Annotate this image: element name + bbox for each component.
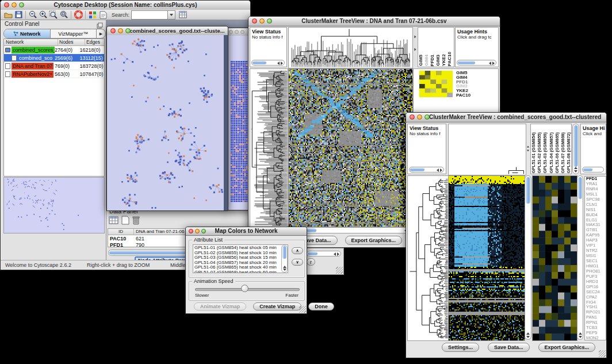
array-scroll-strip[interactable]: [413, 27, 417, 67]
attribute-vscroll[interactable]: [281, 245, 288, 273]
network-table-header[interactable]: Network Nodes Edges: [4, 39, 104, 46]
tab-overflow[interactable]: ▶: [97, 29, 105, 38]
attribute-browser-icon[interactable]: [178, 10, 188, 20]
zoom-window-icon[interactable]: [19, 2, 24, 7]
array-label[interactable]: PAC10: [447, 52, 453, 66]
close-icon[interactable]: [229, 30, 233, 34]
dialog-button[interactable]: Done: [308, 302, 334, 311]
zoom-window-icon[interactable]: [424, 114, 430, 120]
array-label[interactable]: GIM4: [424, 55, 430, 66]
array-label[interactable]: GPL51-01 (GSM854): [531, 132, 537, 173]
search-dropdown-button[interactable]: [168, 10, 175, 20]
close-icon[interactable]: [410, 114, 415, 120]
zoom-window-icon[interactable]: [201, 229, 206, 233]
scroll-thumb[interactable]: [578, 177, 582, 199]
detail-vscroll[interactable]: [577, 175, 583, 340]
open-icon[interactable]: [3, 10, 13, 20]
gene-label[interactable]: PAC10: [456, 93, 471, 98]
minimize-icon[interactable]: [417, 114, 422, 120]
attribute-item[interactable]: GPL51-07 (GSM868) heat shock 60 min: [194, 270, 288, 274]
tab-vizmapper[interactable]: VizMapper™: [51, 29, 97, 38]
minimize-icon[interactable]: [118, 28, 123, 33]
treeview1-title-bar[interactable]: ClusterMaker TreeView : DNA and Tran 07-…: [248, 17, 500, 26]
network-table-row[interactable]: combined_sco 2569(6) 13112(15): [4, 54, 104, 62]
close-icon[interactable]: [4, 2, 9, 7]
array-label[interactable]: GPL51-07 (GSM868): [560, 132, 566, 173]
zoom-fit-icon[interactable]: [48, 10, 59, 20]
minimize-icon[interactable]: [195, 229, 200, 233]
array-label[interactable]: GIM5: [418, 55, 424, 66]
column-dendrogram-canvas[interactable]: [448, 124, 526, 175]
array-label[interactable]: GIM3: [435, 55, 441, 66]
network-canvas-area[interactable]: [107, 35, 228, 210]
array-label[interactable]: PFD1: [430, 55, 435, 66]
global-heatmap-canvas[interactable]: [448, 175, 525, 341]
network-view-title-bar[interactable]: combined_scores_good.txt--cluste...: [107, 26, 228, 36]
scroll-thumb[interactable]: [573, 125, 578, 167]
zoom-window-icon[interactable]: [125, 28, 131, 33]
column-dendrogram-canvas[interactable]: [288, 27, 413, 68]
view-status-hscroll[interactable]: [409, 167, 444, 173]
usage-hints-hscroll[interactable]: [582, 167, 604, 173]
overview-canvas[interactable]: [4, 178, 104, 233]
network-canvas[interactable]: [107, 35, 224, 210]
heatmap-canvas[interactable]: [288, 68, 413, 227]
treeview-button[interactable]: Export Graphics...: [345, 236, 403, 245]
move-up-button[interactable]: ∧: [292, 247, 303, 254]
grid-network-canvas[interactable]: [231, 61, 248, 204]
minimize-icon[interactable]: [12, 2, 17, 7]
view-status-hscroll[interactable]: [251, 60, 285, 66]
tab-network[interactable]: Network: [4, 29, 51, 38]
zoom-window-icon[interactable]: [267, 18, 272, 24]
close-icon[interactable]: [189, 229, 193, 233]
help-icon[interactable]: [73, 10, 83, 20]
speed-slider-thumb[interactable]: [241, 285, 248, 292]
network-table-row[interactable]: RNAPuberNov2+ 563(0) 107847(0): [4, 70, 104, 78]
minimize-icon[interactable]: [235, 30, 239, 34]
network-table-row[interactable]: combined_scores_ 2764(0) 16218(0): [4, 46, 104, 54]
usage-hints-hscroll[interactable]: [457, 60, 496, 66]
fragment-hscroll[interactable]: [307, 251, 341, 256]
new-attribute-icon[interactable]: [121, 216, 129, 227]
scroll-thumb[interactable]: [282, 246, 286, 259]
zoom-window-icon[interactable]: [240, 30, 244, 34]
dialog-title-bar[interactable]: Map Colors to Network: [186, 227, 307, 236]
treeview2-title-bar[interactable]: ClusterMaker TreeView : combined_scores_…: [406, 113, 606, 122]
attribute-select-icon[interactable]: [109, 216, 118, 227]
array-scroll-strip[interactable]: [526, 124, 530, 174]
dialog-button[interactable]: Create Vizmap: [253, 302, 301, 311]
array-label[interactable]: GPL51-06 (GSM865): [554, 132, 560, 173]
vizmapper-icon[interactable]: [87, 10, 98, 20]
array-label[interactable]: GPL51-03 (GSM856): [542, 132, 548, 173]
array-label-vscroll[interactable]: [572, 124, 579, 174]
treeview-button[interactable]: Save Data...: [488, 343, 530, 352]
array-label[interactable]: GPL51-08 (GSM872): [566, 132, 572, 173]
zoom-out-icon[interactable]: [28, 10, 38, 20]
zoom-selected-icon[interactable]: [59, 10, 69, 20]
network-table-row[interactable]: DNA and Tran 07 769(0) 183728(0): [4, 62, 104, 70]
close-icon[interactable]: [252, 18, 257, 24]
array-label[interactable]: YKE2: [441, 54, 447, 66]
detail-heatmap-canvas[interactable]: [532, 175, 577, 341]
resize-grip[interactable]: [336, 267, 343, 274]
minimize-icon[interactable]: [259, 18, 265, 24]
zoom-heatmap-canvas[interactable]: [419, 71, 453, 97]
move-down-button[interactable]: ∨: [292, 259, 303, 266]
annotation-icon[interactable]: [98, 10, 108, 20]
scroll-thumb[interactable]: [526, 177, 530, 204]
treeview-button[interactable]: Settings...: [442, 343, 479, 352]
zoom-in-icon[interactable]: [38, 10, 48, 20]
row-dendrogram-canvas[interactable]: [250, 68, 288, 227]
row-dendrogram-canvas[interactable]: [407, 175, 449, 341]
dialog-button[interactable]: Animate Vizmap: [194, 302, 246, 311]
array-label[interactable]: GPL51-04 (GSM857): [549, 132, 554, 173]
array-label[interactable]: GPL51-02 (GSM855): [537, 132, 542, 173]
global-vscroll[interactable]: [525, 175, 531, 340]
close-icon[interactable]: [110, 28, 116, 33]
search-input[interactable]: [131, 10, 168, 20]
fragment-button[interactable]: r: [307, 258, 315, 266]
delete-attribute-icon[interactable]: [132, 216, 140, 227]
resize-grip[interactable]: [299, 306, 306, 313]
resize-grip[interactable]: [599, 350, 606, 357]
treeview-button[interactable]: Export Graphics...: [538, 343, 596, 352]
